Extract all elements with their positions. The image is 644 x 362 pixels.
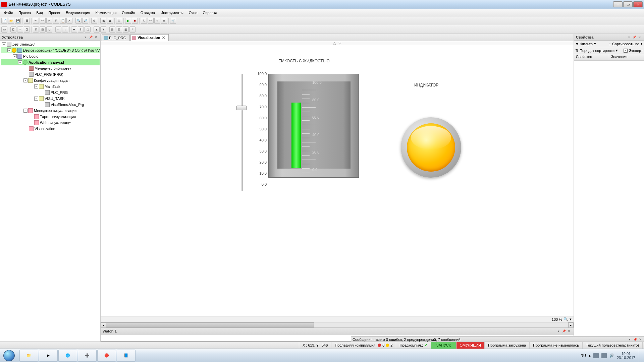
tree-device[interactable]: −Device [соединен] (CODESYS Control Win … <box>1 47 100 53</box>
menu-edit[interactable]: Правка <box>16 10 34 15</box>
tb-download[interactable]: ⬇ <box>116 18 122 24</box>
tray-network-icon[interactable] <box>601 353 607 358</box>
tb-build[interactable]: ⚙ <box>91 18 97 24</box>
menu-tools[interactable]: Инструменты <box>158 10 186 15</box>
tb-basket[interactable]: 🛒 <box>170 18 176 24</box>
tb-save[interactable]: 💾 <box>15 18 21 24</box>
panel-close-icon[interactable]: ✕ <box>94 35 98 40</box>
tb-step-out[interactable]: ↰ <box>154 18 160 24</box>
tb-login[interactable]: 🔌 <box>100 18 106 24</box>
tray-volume-icon[interactable]: 🔊 <box>609 353 614 358</box>
device-tree[interactable]: −Без имени20 −Device [соединен] (CODESYS… <box>0 41 100 341</box>
tb-step-into[interactable]: ↳ <box>141 18 147 24</box>
zoom-icon[interactable]: 🔍 <box>564 317 568 321</box>
tree-plc-prg[interactable]: PLC_PRG (PRG) <box>1 71 100 77</box>
tb-print[interactable]: 🖶 <box>24 18 30 24</box>
tb-undo[interactable]: ↶ <box>33 18 39 24</box>
menu-window[interactable]: Окно <box>186 10 200 15</box>
tree-vis-manager[interactable]: −Менеджер визуализации <box>1 108 100 114</box>
props-dropdown-icon[interactable]: ▾ <box>627 35 631 40</box>
sort-label[interactable]: Сортировать по <box>612 42 639 46</box>
tab-visualization[interactable]: Visualization✕ <box>130 34 169 41</box>
visualization-canvas[interactable]: ЕМКОСТЬ С ЖИДКОСТЬЮ 100.0 90.0 80.0 70.0… <box>101 45 574 316</box>
expert-checkbox[interactable]: ✓ <box>624 49 628 53</box>
tb-step-over[interactable]: ↷ <box>148 18 154 24</box>
tb-align-top[interactable]: ⊓ <box>33 26 39 33</box>
task-dc[interactable]: ➕ <box>78 350 97 362</box>
filter-label[interactable]: Фильтр <box>580 42 593 46</box>
tray-clock[interactable]: 19:0123.10.2017 <box>617 352 635 360</box>
task-media[interactable]: ▶ <box>39 350 58 362</box>
tb-find[interactable]: 🔍 <box>75 18 82 24</box>
menu-file[interactable]: Файл <box>1 10 16 15</box>
task-explorer[interactable]: 📁 <box>19 350 38 362</box>
tb-breakpoint[interactable]: ◉ <box>161 18 167 24</box>
tb-same-width[interactable]: ⬌ <box>71 26 77 33</box>
panel-pin-icon[interactable]: 📌 <box>88 35 93 40</box>
menu-debug[interactable]: Отладка <box>138 10 158 15</box>
tree-visualization[interactable]: Visualization <box>1 126 100 132</box>
tree-target-vis[interactable]: Таргет-визуализация <box>1 114 100 120</box>
tb-dist-h[interactable]: ↔ <box>55 26 61 33</box>
slider-track[interactable] <box>241 74 243 191</box>
tree-library-manager[interactable]: Менеджер библиотек <box>1 65 100 71</box>
tree-task-config[interactable]: −Конфигурация задач <box>1 77 100 83</box>
tb-snap[interactable]: ⌗ <box>129 26 136 33</box>
menu-online[interactable]: Онлайн <box>119 10 138 15</box>
menu-view[interactable]: Вид <box>34 10 46 15</box>
close-button[interactable]: ✕ <box>633 1 643 7</box>
tree-visuelems[interactable]: VisuElems.Visu_Prg <box>1 102 100 108</box>
tb-delete[interactable]: ✕ <box>66 18 72 24</box>
watch-close-icon[interactable]: ✕ <box>567 329 572 334</box>
panel-dropdown-icon[interactable]: ▾ <box>83 35 88 40</box>
msg-pin-icon[interactable]: 📌 <box>633 337 637 342</box>
tb-align-right[interactable]: ⊐ <box>24 26 30 33</box>
tree-project[interactable]: −Без имени20 <box>1 41 100 47</box>
tree-maintask-prg[interactable]: PLC_PRG <box>1 89 100 96</box>
tb-logout[interactable]: ⏏ <box>107 18 113 24</box>
tree-web-vis[interactable]: Web-визуализация <box>1 120 100 126</box>
tb-run[interactable]: ▶ <box>125 18 131 24</box>
show-desktop-button[interactable] <box>638 349 641 362</box>
tray-up-icon[interactable]: ▴ <box>589 353 591 358</box>
task-chrome[interactable]: 🌐 <box>58 350 77 362</box>
tb-cut[interactable]: ✂ <box>46 18 52 24</box>
tb-same-size[interactable]: ◻ <box>85 26 91 33</box>
tb-copy[interactable]: ⎘ <box>53 18 59 24</box>
tb-align-left[interactable]: ⊏ <box>10 26 16 33</box>
tab-close-icon[interactable]: ✕ <box>162 36 165 40</box>
msg-close-icon[interactable]: ✕ <box>638 337 643 342</box>
tb-bring-front[interactable]: ▲ <box>94 26 100 33</box>
msg-dropdown-icon[interactable]: ▾ <box>627 337 632 342</box>
maximize-button[interactable]: ▭ <box>623 1 633 7</box>
tray-lang[interactable]: RU <box>581 354 586 358</box>
tb-open[interactable]: 📂 <box>8 18 14 24</box>
props-pin-icon[interactable]: 📌 <box>632 35 637 40</box>
slider-thumb[interactable] <box>236 106 247 110</box>
tb-new[interactable]: 📄 <box>1 18 7 24</box>
start-button[interactable] <box>0 349 18 362</box>
tb-send-back[interactable]: ▼ <box>100 26 106 33</box>
tree-application[interactable]: −Application [запуск] <box>1 59 100 65</box>
tb-redo[interactable]: ↷ <box>40 18 46 24</box>
task-codesys[interactable]: 🔴 <box>97 350 116 362</box>
menu-visualization[interactable]: Визуализация <box>63 10 93 15</box>
tab-plc-prg[interactable]: PLC_PRG <box>102 35 130 41</box>
tb-same-height[interactable]: ⬍ <box>78 26 84 33</box>
tb-align-center[interactable]: ≡ <box>17 26 23 33</box>
tree-visu-task[interactable]: −VISU_TASK <box>1 96 100 102</box>
menu-compile[interactable]: Компиляция <box>93 10 119 15</box>
tb-align-bottom[interactable]: ⊔ <box>46 26 52 33</box>
watch-pin-icon[interactable]: 📌 <box>561 329 566 334</box>
menu-project[interactable]: Проект <box>46 10 63 15</box>
tb-align-middle[interactable]: ⊟ <box>40 26 46 33</box>
tb-stop[interactable]: ■ <box>132 18 138 24</box>
watch-dropdown-icon[interactable]: ▾ <box>556 329 561 334</box>
zoom-dropdown-icon[interactable]: ▾ <box>570 317 572 321</box>
task-word[interactable]: 📘 <box>117 350 136 362</box>
tree-plc-logic[interactable]: −Plc Logic <box>1 53 100 59</box>
props-close-icon[interactable]: ✕ <box>637 35 642 40</box>
tb-paste[interactable]: 📋 <box>60 18 66 24</box>
tb-group[interactable]: ⊞ <box>109 26 115 33</box>
tb-dist-v[interactable]: ↕ <box>62 26 68 33</box>
